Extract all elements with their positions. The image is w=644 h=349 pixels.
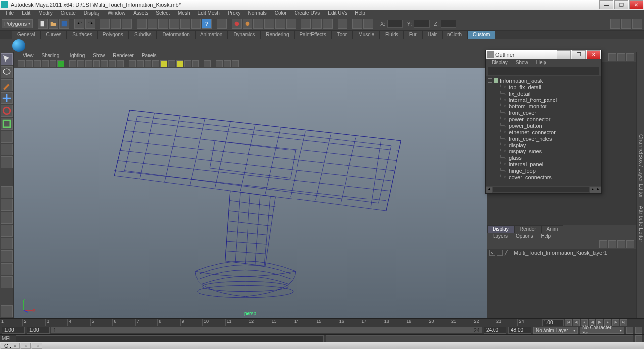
show-manip-tool[interactable] <box>1 156 13 168</box>
viewport[interactable]: y x persp <box>14 68 487 318</box>
shelf-tab-general[interactable]: General <box>12 31 41 39</box>
outliner-menu-display[interactable]: Display <box>488 59 512 66</box>
layer-menu-layers[interactable]: Layers <box>489 233 512 240</box>
vp-film-gate[interactable] <box>77 60 84 67</box>
outliner-node[interactable]: └─○front_cover <box>486 109 601 116</box>
shelf-tab-animation[interactable]: Animation <box>195 31 228 39</box>
range-in-field[interactable]: 1.00 <box>27 327 50 334</box>
snap-curve-button[interactable] <box>148 19 157 29</box>
vp-menu-view[interactable]: View <box>19 52 38 59</box>
new-scene-button[interactable] <box>38 19 48 29</box>
shelf-tab-curves[interactable]: Curves <box>41 31 67 39</box>
tool-settings-toggle[interactable] <box>621 19 631 29</box>
channels-tab-icon2[interactable] <box>617 53 625 61</box>
right-dock-tabs[interactable]: ChannelBox / Layer Editor Attribute Edit… <box>636 52 644 318</box>
shelf-tab-polygons[interactable]: Polygons <box>98 31 129 39</box>
shelf-tab-fluids[interactable]: Fluids <box>380 31 404 39</box>
vp-high-quality[interactable] <box>176 60 183 67</box>
expand-toggle[interactable]: - <box>488 78 492 83</box>
vp-res-gate[interactable] <box>85 60 92 67</box>
range-start-field[interactable]: 1.00 <box>2 327 25 334</box>
layout-four-button[interactable] <box>1 199 13 211</box>
scroll-right-button[interactable]: ▸ <box>590 187 595 193</box>
snap-live-button[interactable] <box>180 19 190 29</box>
script-editor-button[interactable] <box>635 335 642 342</box>
outliner-filter-input[interactable] <box>488 67 599 75</box>
window-maximize-button[interactable]: ❐ <box>614 0 628 9</box>
taskbar-item[interactable]: × <box>21 343 31 349</box>
layout-two-v-button[interactable] <box>1 225 13 237</box>
manipulator-tool[interactable] <box>1 131 13 143</box>
layout-hyper-button[interactable] <box>1 276 13 288</box>
layout-persp-button[interactable] <box>1 263 13 275</box>
step-back-key-button[interactable]: ◂| <box>573 319 580 326</box>
vp-wire-shaded[interactable] <box>145 60 151 67</box>
autokey-button[interactable] <box>626 327 633 334</box>
channels-tab-icon3[interactable] <box>626 53 634 61</box>
vp-exp2[interactable] <box>224 60 231 67</box>
save-scene-button[interactable] <box>59 19 69 29</box>
outliner-node[interactable]: └─○front_cover_holes <box>486 135 601 142</box>
render-settings-button[interactable] <box>253 19 263 29</box>
window-close-button[interactable]: ✕ <box>629 0 643 9</box>
shelf-tab-dynamics[interactable]: Dynamics <box>228 31 260 39</box>
outliner-node[interactable]: └─○fix_detail <box>486 90 601 97</box>
shelf-tab-hair[interactable]: Hair <box>422 31 442 39</box>
layer-menu-help[interactable]: Help <box>537 233 555 240</box>
vp-lock-camera[interactable] <box>26 60 33 67</box>
menu-mesh[interactable]: Mesh <box>174 10 194 17</box>
history-button[interactable] <box>217 19 227 29</box>
outliner-menu-help[interactable]: Help <box>532 59 550 66</box>
current-frame-field[interactable]: 1.00 <box>542 319 564 326</box>
close-icon[interactable]: × <box>25 344 28 348</box>
sel-lock-button[interactable] <box>338 19 347 29</box>
layout-single-button[interactable] <box>1 186 13 198</box>
menu-edit[interactable]: Edit <box>18 10 34 17</box>
layer-menu-options[interactable]: Options <box>512 233 537 240</box>
vp-shadows[interactable] <box>168 60 175 67</box>
vp-menu-lighting[interactable]: Lighting <box>63 52 89 59</box>
vp-menu-renderer[interactable]: Renderer <box>109 52 138 59</box>
open-scene-button[interactable] <box>49 19 58 29</box>
layer-up-button[interactable] <box>608 240 616 248</box>
shelf-tab-deformation[interactable]: Deformation <box>157 31 195 39</box>
go-start-button[interactable]: |◂ <box>565 319 572 326</box>
outliner-maximize-button[interactable]: ❐ <box>572 50 586 59</box>
layer-new-button[interactable] <box>599 240 607 248</box>
last-tool-button[interactable] <box>1 305 13 317</box>
scroll-track[interactable] <box>493 187 589 192</box>
shelf-tab-painteffects[interactable]: PaintEffects <box>294 31 331 39</box>
vp-safe-action[interactable] <box>101 60 108 67</box>
vp-smooth-all[interactable] <box>129 60 136 67</box>
menu-create[interactable]: Create <box>57 10 80 17</box>
outliner-node[interactable]: └─○ethernet_connector <box>486 129 601 135</box>
layer-visibility-toggle[interactable]: V <box>489 250 495 256</box>
range-slider[interactable]: 124 <box>51 327 482 333</box>
render-frame-button[interactable] <box>232 19 242 29</box>
channels-tab-icon[interactable] <box>608 53 616 61</box>
window-minimize-button[interactable]: — <box>599 0 613 9</box>
vp-select-camera[interactable] <box>18 60 25 67</box>
scroll-left-button[interactable]: ◂ <box>486 187 492 193</box>
help-button[interactable]: ? <box>202 19 212 29</box>
snap-plane-button[interactable] <box>169 19 179 29</box>
vp-xray-joints[interactable] <box>192 60 199 67</box>
outliner-node[interactable]: └─○cover_connectors <box>486 174 601 180</box>
menu-display[interactable]: Display <box>80 10 104 17</box>
vp-isolate[interactable] <box>204 60 211 67</box>
shelf-tab-ncloth[interactable]: nCloth <box>442 31 467 39</box>
layer-tab-render[interactable]: Render <box>514 225 542 233</box>
undo-button[interactable]: ↶ <box>74 19 84 29</box>
coord-x-input[interactable] <box>387 20 403 28</box>
vp-exp1[interactable] <box>216 60 223 67</box>
soft-mod-tool[interactable] <box>1 144 13 155</box>
ipr-button[interactable] <box>243 19 252 29</box>
menu-file[interactable]: File <box>2 10 18 17</box>
vp-xray[interactable] <box>184 60 191 67</box>
prefs-button[interactable] <box>635 327 642 334</box>
cmd-lang-label[interactable]: MEL <box>2 336 14 341</box>
channel-box-toggle[interactable] <box>632 19 642 29</box>
outliner-node[interactable]: └─○power_button <box>486 122 601 129</box>
range-end-field[interactable]: 48.00 <box>508 327 531 334</box>
layout-outliner-button[interactable] <box>1 250 13 262</box>
